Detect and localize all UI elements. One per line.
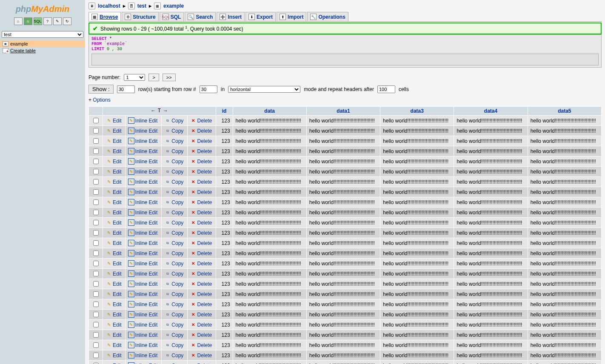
delete-action[interactable]: ✕Delete	[190, 260, 212, 267]
copy-action[interactable]: ⧉Copy	[164, 189, 183, 196]
edit-action[interactable]: ✎Edit	[106, 311, 122, 318]
show-button[interactable]: Show :	[88, 85, 114, 94]
tab-search[interactable]: 🔍Search	[185, 12, 216, 21]
row-checkbox[interactable]	[93, 159, 99, 164]
tree-table-example[interactable]: ▦ example	[0, 40, 85, 47]
query-icon[interactable]: ✎	[53, 17, 62, 25]
row-checkbox[interactable]	[93, 240, 99, 246]
tree-create-table[interactable]: Create table	[0, 47, 85, 54]
delete-action[interactable]: ✕Delete	[190, 168, 212, 175]
inline-edit-action[interactable]: ✎Inline Edit	[128, 219, 158, 226]
delete-action[interactable]: ✕Delete	[190, 179, 212, 185]
col-id[interactable]: id	[216, 107, 233, 116]
edit-action[interactable]: ✎Edit	[106, 148, 122, 154]
row-checkbox[interactable]	[93, 271, 99, 276]
edit-action[interactable]: ✎Edit	[106, 281, 122, 287]
tab-import[interactable]: ⬆Import	[277, 12, 306, 21]
row-checkbox[interactable]	[93, 281, 99, 287]
inline-edit-action[interactable]: ✎Inline Edit	[128, 321, 158, 328]
edit-action[interactable]: ✎Edit	[106, 158, 122, 165]
tab-operations[interactable]: 🔧Operations	[307, 12, 348, 21]
edit-action[interactable]: ✎Edit	[106, 352, 122, 358]
row-checkbox[interactable]	[93, 148, 99, 154]
inline-edit-action[interactable]: ✎Inline Edit	[128, 291, 158, 297]
edit-action[interactable]: ✎Edit	[106, 260, 122, 267]
inline-edit-action[interactable]: ✎Inline Edit	[128, 342, 158, 348]
delete-action[interactable]: ✕Delete	[190, 189, 212, 195]
tab-structure[interactable]: ⚙Structure	[122, 12, 158, 21]
delete-action[interactable]: ✕Delete	[190, 362, 212, 364]
copy-action[interactable]: ⧉Copy	[164, 332, 183, 338]
rows-count-input[interactable]	[117, 85, 135, 93]
delete-action[interactable]: ✕Delete	[190, 321, 212, 328]
edit-action[interactable]: ✎Edit	[106, 301, 122, 307]
delete-action[interactable]: ✕Delete	[190, 219, 212, 226]
col-actions[interactable]: ← T →	[103, 107, 216, 116]
delete-action[interactable]: ✕Delete	[190, 128, 212, 134]
delete-action[interactable]: ✕Delete	[190, 138, 212, 144]
edit-action[interactable]: ✎Edit	[106, 179, 122, 185]
row-checkbox[interactable]	[93, 189, 99, 195]
mode-select[interactable]: horizontal	[228, 86, 300, 93]
row-checkbox[interactable]	[93, 332, 99, 338]
edit-action[interactable]: ✎Edit	[106, 291, 122, 297]
edit-action[interactable]: ✎Edit	[106, 362, 122, 364]
copy-action[interactable]: ⧉Copy	[164, 240, 183, 247]
logo[interactable]: phpMyAdmin	[0, 2, 85, 16]
row-checkbox[interactable]	[93, 312, 99, 317]
edit-action[interactable]: ✎Edit	[106, 117, 122, 124]
delete-action[interactable]: ✕Delete	[190, 158, 212, 165]
row-checkbox[interactable]	[93, 118, 99, 123]
exit-icon[interactable]: ⎋	[24, 17, 32, 25]
copy-action[interactable]: ⧉Copy	[164, 230, 183, 236]
copy-action[interactable]: ⧉Copy	[164, 312, 183, 318]
inline-edit-action[interactable]: ✎Inline Edit	[128, 138, 158, 144]
page-last-button[interactable]: >>	[163, 74, 176, 81]
repeat-headers-input[interactable]	[377, 85, 395, 93]
copy-action[interactable]: ⧉Copy	[164, 281, 183, 287]
edit-action[interactable]: ✎Edit	[106, 138, 122, 144]
edit-action[interactable]: ✎Edit	[106, 168, 122, 175]
copy-action[interactable]: ⧉Copy	[164, 169, 183, 175]
row-checkbox[interactable]	[93, 210, 99, 215]
inline-edit-action[interactable]: ✎Inline Edit	[128, 332, 158, 338]
row-checkbox[interactable]	[93, 322, 99, 327]
inline-edit-action[interactable]: ✎Inline Edit	[128, 230, 158, 236]
edit-action[interactable]: ✎Edit	[106, 128, 122, 134]
tab-sql[interactable]: SQLSQL	[160, 12, 184, 21]
delete-action[interactable]: ✕Delete	[190, 199, 212, 205]
copy-action[interactable]: ⧉Copy	[164, 148, 183, 155]
row-checkbox[interactable]	[93, 128, 99, 134]
col-data5[interactable]: data5	[528, 107, 601, 116]
tab-export[interactable]: ⬇Export	[245, 12, 276, 21]
row-checkbox[interactable]	[93, 342, 99, 348]
copy-action[interactable]: ⧉Copy	[164, 261, 183, 267]
inline-edit-action[interactable]: ✎Inline Edit	[128, 270, 158, 277]
reload-icon[interactable]: ↻	[63, 17, 71, 25]
copy-action[interactable]: ⧉Copy	[164, 271, 183, 277]
sql-icon[interactable]: SQL	[34, 17, 42, 25]
row-checkbox[interactable]	[93, 301, 99, 307]
edit-action[interactable]: ✎Edit	[106, 209, 122, 216]
home-icon[interactable]: ⌂	[14, 17, 23, 25]
options-link[interactable]: Options	[93, 97, 110, 103]
breadcrumb-db[interactable]: test	[137, 3, 146, 9]
copy-action[interactable]: ⧉Copy	[164, 353, 183, 359]
copy-action[interactable]: ⧉Copy	[164, 301, 183, 308]
col-data3[interactable]: data3	[380, 107, 454, 116]
copy-action[interactable]: ⧉Copy	[164, 199, 183, 206]
inline-edit-action[interactable]: ✎Inline Edit	[128, 240, 158, 246]
edit-action[interactable]: ✎Edit	[106, 270, 122, 277]
inline-edit-action[interactable]: ✎Inline Edit	[128, 352, 158, 358]
page-number-select[interactable]: 1	[124, 74, 145, 81]
delete-action[interactable]: ✕Delete	[190, 209, 212, 216]
edit-action[interactable]: ✎Edit	[106, 250, 122, 256]
delete-action[interactable]: ✕Delete	[190, 342, 212, 348]
copy-action[interactable]: ⧉Copy	[164, 322, 183, 328]
inline-edit-action[interactable]: ✎Inline Edit	[128, 199, 158, 205]
edit-action[interactable]: ✎Edit	[106, 219, 122, 226]
delete-action[interactable]: ✕Delete	[190, 332, 212, 338]
inline-edit-action[interactable]: ✎Inline Edit	[128, 311, 158, 318]
copy-action[interactable]: ⧉Copy	[164, 179, 183, 185]
edit-action[interactable]: ✎Edit	[106, 230, 122, 236]
